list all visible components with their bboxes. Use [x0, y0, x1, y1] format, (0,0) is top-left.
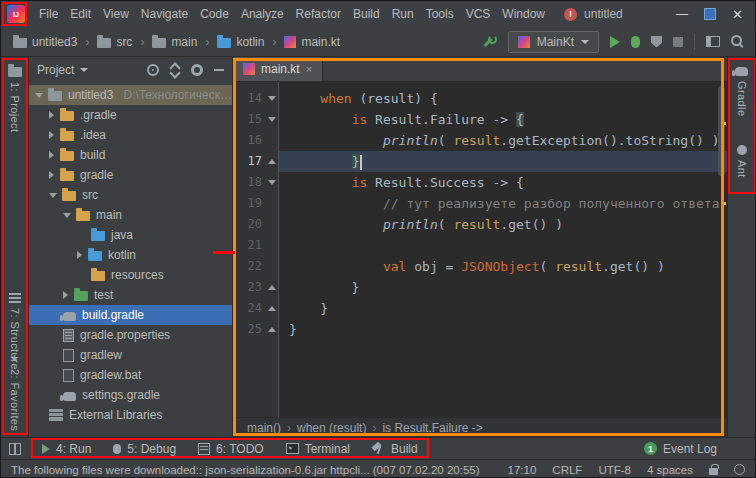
fold-open-icon[interactable] [268, 117, 276, 122]
debug-button[interactable] [631, 36, 640, 48]
tree-item-gradlew[interactable]: gradlew [29, 345, 232, 365]
chevron-down-icon[interactable] [80, 68, 88, 72]
code-line-15[interactable]: is Result.Failure -> { [289, 109, 727, 130]
tree-item-src[interactable]: src [29, 185, 232, 205]
breadcrumb-main[interactable]: main [150, 33, 199, 51]
expand-arrow-icon[interactable] [63, 213, 71, 218]
stripe-item-ant[interactable]: Ant [728, 145, 755, 178]
run-configuration-select[interactable]: MainKt [508, 31, 599, 53]
tree-item-resources[interactable]: resources [29, 265, 232, 285]
toolwindow-button-6-todo[interactable]: 6: TODO [187, 442, 275, 456]
tool-window-layout-icon[interactable] [706, 36, 720, 47]
code-editor[interactable]: when (result) { is Result.Failure -> { p… [279, 82, 727, 417]
breadcrumb-src[interactable]: src [95, 33, 134, 51]
fold-close-icon[interactable] [268, 285, 276, 290]
gradle-sync-icon[interactable] [483, 35, 497, 49]
expand-arrow-icon[interactable] [49, 111, 54, 119]
tree-item-gradlew-bat[interactable]: gradlew.bat [29, 365, 232, 385]
fold-open-icon[interactable] [268, 180, 276, 185]
fold-close-icon[interactable] [268, 306, 276, 311]
code-line-23[interactable]: } [289, 277, 727, 298]
code-line-16[interactable]: println( result.getException().toString(… [289, 130, 727, 151]
fold-open-icon[interactable] [268, 96, 276, 101]
lock-icon[interactable] [709, 468, 718, 475]
menu-file[interactable]: File [33, 5, 64, 23]
hector-inspections-icon[interactable] [734, 464, 745, 475]
menu-code[interactable]: Code [194, 5, 235, 23]
caret-position[interactable]: 17:10 [508, 464, 537, 476]
expand-arrow-icon[interactable] [49, 151, 54, 159]
expand-arrow-icon[interactable] [49, 171, 54, 179]
run-button[interactable] [610, 36, 620, 48]
tool-window-switcher-icon[interactable] [9, 443, 21, 455]
tree-item-gradle-properties[interactable]: gradle.properties [29, 325, 232, 345]
coverage-button[interactable] [651, 36, 662, 48]
hide-panel-icon[interactable] [214, 69, 224, 71]
tree-item-test[interactable]: test [29, 285, 232, 305]
expand-arrow-icon[interactable] [63, 291, 68, 299]
minimize-button[interactable]: — [676, 7, 688, 21]
expand-arrow-icon[interactable] [49, 193, 57, 198]
notification-alert-icon[interactable]: ! [564, 8, 577, 21]
editor-breadcrumb-main[interactable]: main() [247, 421, 281, 435]
tree-item-gradle[interactable]: gradle [29, 165, 232, 185]
tree-item-settings-gradle[interactable]: settings.gradle [29, 385, 232, 405]
event-log-button[interactable]: 1 Event Log [644, 442, 747, 456]
menu-tools[interactable]: Tools [420, 5, 460, 23]
editor-tab-main-kt[interactable]: main.kt [233, 57, 323, 81]
tree-item-kotlin[interactable]: kotlin [29, 245, 232, 265]
menu-analyze[interactable]: Analyze [235, 5, 290, 23]
code-line-19[interactable]: // тут реализуете разбор полученного отв… [289, 193, 727, 214]
search-everywhere-icon[interactable] [731, 35, 745, 49]
stripe-item-2-favorites[interactable]: ★2: Favorites [1, 353, 28, 431]
toolwindow-button-build[interactable]: Build [361, 442, 429, 456]
tree-item-untitled3[interactable]: untitled3D:\Технологический... [29, 85, 232, 105]
collapse-all-icon[interactable] [170, 64, 180, 77]
tree-item-main[interactable]: main [29, 205, 232, 225]
tree-item-external-libraries[interactable]: External Libraries [29, 405, 232, 425]
fold-close-icon[interactable] [268, 327, 276, 332]
tree-item-java[interactable]: java [29, 225, 232, 245]
menu-view[interactable]: View [97, 5, 135, 23]
code-line-25[interactable]: } [289, 319, 727, 340]
maximize-button[interactable] [704, 8, 716, 20]
stripe-item-gradle[interactable]: Gradle [728, 65, 755, 116]
tree-item-build[interactable]: build [29, 145, 232, 165]
tree-item-build-gradle[interactable]: build.gradle [29, 305, 232, 325]
stripe-item-1-project[interactable]: 1: Project [1, 65, 28, 132]
expand-arrow-icon[interactable] [35, 93, 43, 98]
project-panel-title[interactable]: Project [37, 63, 74, 77]
menu-vcs[interactable]: VCS [460, 5, 497, 23]
fold-close-icon[interactable] [268, 159, 276, 164]
menu-edit[interactable]: Edit [64, 5, 97, 23]
expand-arrow-icon[interactable] [49, 131, 54, 139]
code-line-24[interactable]: } [289, 298, 727, 319]
menu-refactor[interactable]: Refactor [290, 5, 347, 23]
code-line-20[interactable]: println( result.get() ) [289, 214, 727, 235]
menu-window[interactable]: Window [496, 5, 551, 23]
file-encoding[interactable]: UTF-8 [598, 464, 631, 476]
code-line-18[interactable]: is Result.Success -> { [289, 172, 727, 193]
editor-breadcrumb-when-result[interactable]: when (result) [297, 421, 366, 435]
toolwindow-button-4-run[interactable]: 4: Run [31, 442, 102, 456]
gear-icon[interactable] [191, 64, 203, 76]
toolwindow-button-terminal[interactable]: Terminal [275, 442, 361, 456]
code-line-22[interactable]: val obj = JSONObject( result.get() ) [289, 256, 727, 277]
breadcrumb-untitled3[interactable]: untitled3 [11, 33, 79, 51]
code-line-17[interactable]: } [279, 151, 727, 172]
menu-run[interactable]: Run [386, 5, 420, 23]
code-line-21[interactable] [289, 235, 727, 256]
close-button[interactable]: ✕ [732, 7, 743, 22]
breadcrumb-kotlin[interactable]: kotlin [215, 33, 266, 51]
indent-style[interactable]: 4 spaces [647, 464, 693, 476]
tree-item-idea[interactable]: .idea [29, 125, 232, 145]
locate-file-icon[interactable] [147, 64, 159, 76]
line-separator[interactable]: CRLF [552, 464, 582, 476]
stop-button[interactable] [673, 37, 683, 47]
editor-breadcrumb-is-result-failure[interactable]: is Result.Failure -> [382, 421, 482, 435]
tree-item-gradle[interactable]: .gradle [29, 105, 232, 125]
toolwindow-button-5-debug[interactable]: 5: Debug [102, 442, 187, 456]
expand-arrow-icon[interactable] [77, 251, 82, 259]
close-tab-icon[interactable] [306, 63, 312, 75]
breadcrumb-main-kt[interactable]: main.kt [282, 33, 342, 51]
